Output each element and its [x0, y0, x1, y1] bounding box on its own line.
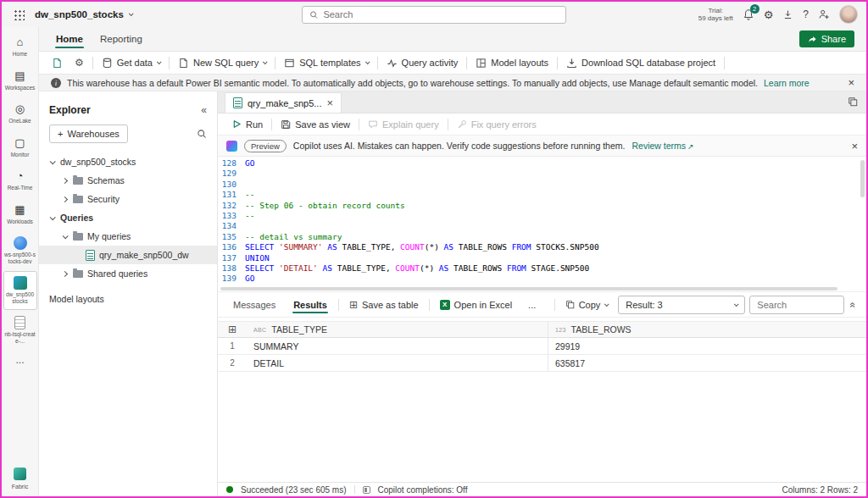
rail-item-dw-snp500-stocks[interactable]: dw_snp500 stocks: [3, 271, 37, 310]
copy-button[interactable]: Copy: [559, 296, 615, 314]
preview-badge: Preview: [244, 140, 287, 152]
help-button[interactable]: [803, 8, 809, 20]
grid-icon[interactable]: [228, 324, 236, 335]
explain-query-button[interactable]: Explain query: [362, 115, 445, 134]
review-terms-link[interactable]: Review terms: [632, 141, 693, 151]
topbar: dw_snp500_stocks Trial: 59 days left 2: [2, 2, 866, 27]
explorer-search-icon[interactable]: [197, 129, 207, 139]
download-sql-project-button[interactable]: Download SQL database project: [560, 53, 721, 73]
table-icon: [349, 300, 358, 310]
line-number: 131: [218, 190, 245, 200]
tree-item-schemas[interactable]: Schemas: [39, 171, 217, 190]
tree-item-qry-make-snp500-dw[interactable]: qry_make_snp500_dw: [39, 246, 217, 264]
divider: [466, 57, 467, 69]
share-icon: [808, 35, 817, 44]
result-selector[interactable]: Result: 3: [618, 296, 745, 314]
notification-badge: 2: [750, 4, 760, 14]
rail-item-nb-tsql-create[interactable]: nb-tsql-create-...: [3, 311, 37, 350]
explorer-panel: Explorer Warehouses dw_snp500_stocksSche…: [39, 91, 218, 496]
share-button[interactable]: Share: [799, 30, 854, 47]
tab-reporting[interactable]: Reporting: [92, 27, 151, 51]
ribbon-tab-bar: Home Reporting Share: [39, 27, 866, 51]
gear-icon[interactable]: [764, 8, 774, 21]
duplicate-icon[interactable]: [848, 97, 858, 107]
wrench-icon: [457, 119, 467, 130]
tree-item-dw-snp500-stocks[interactable]: dw_snp500_stocks: [39, 152, 217, 171]
app-launcher-icon[interactable]: [14, 9, 25, 20]
search-icon: [309, 10, 318, 19]
new-query-icon: [178, 58, 189, 69]
home-icon: ⌂: [17, 36, 24, 49]
collapse-explorer-icon[interactable]: [201, 104, 207, 116]
search-input[interactable]: [323, 9, 559, 19]
nav-more-button[interactable]: ...: [15, 351, 24, 369]
onelake-icon: ◎: [15, 102, 25, 116]
copilot-icon: [226, 141, 237, 152]
save-as-table-button[interactable]: Save as table: [343, 296, 425, 314]
chevron-down-icon: [364, 59, 370, 64]
model-layouts-button[interactable]: Model layouts: [470, 53, 554, 73]
tab-home[interactable]: Home: [47, 27, 92, 51]
results-search[interactable]: [749, 296, 844, 314]
line-number: 137: [218, 253, 245, 263]
toolbar: Get data New SQL query SQL templates Que…: [39, 51, 866, 75]
rail-item-real-time[interactable]: ◔Real-Time: [3, 164, 37, 197]
copilot-banner: Preview Copilot uses AI. Mistakes can ha…: [218, 136, 866, 157]
sql-templates-button[interactable]: SQL templates: [278, 53, 374, 73]
get-data-button[interactable]: Get data: [96, 53, 166, 73]
rail-item-workloads[interactable]: ▦Workloads: [3, 198, 37, 231]
rail-item-workspaces[interactable]: ▤Workspaces: [3, 64, 37, 97]
editor-horizontal-scrollbar[interactable]: [218, 285, 866, 292]
warehouses-button[interactable]: Warehouses: [49, 125, 128, 143]
save-as-view-button[interactable]: Save as view: [275, 115, 356, 134]
tab-results[interactable]: Results: [287, 292, 334, 317]
query-activity-button[interactable]: Query activity: [381, 53, 465, 73]
folder-icon: [73, 233, 83, 241]
tree-item-queries[interactable]: Queries: [39, 208, 217, 227]
learn-more-link[interactable]: Learn more: [764, 78, 810, 88]
tree-item-shared-queries[interactable]: Shared queries: [39, 264, 217, 283]
run-button[interactable]: Run: [226, 115, 269, 134]
rail-item-monitor[interactable]: ▢Monitor: [3, 131, 37, 164]
sql-editor[interactable]: 128GO129130131--132-- Step 06 - obtain r…: [218, 157, 866, 285]
tree-item-security[interactable]: Security: [39, 190, 217, 208]
fabric-brand[interactable]: Fabric: [12, 468, 28, 497]
workspace-switcher[interactable]: dw_snp500_stocks: [35, 9, 132, 19]
table-row[interactable]: 2DETAIL635817: [218, 355, 866, 372]
new-sql-query-button[interactable]: New SQL query: [172, 53, 272, 73]
line-number: 139: [218, 274, 245, 284]
query-tab[interactable]: qry_make_snp5...: [225, 92, 342, 113]
invite-people-button[interactable]: [818, 8, 830, 20]
tab-messages[interactable]: Messages: [226, 292, 282, 317]
copilot-close-icon[interactable]: [851, 140, 858, 152]
tree-item-my-queries[interactable]: My queries: [39, 227, 217, 246]
chat-bubble-icon: [368, 119, 378, 130]
table-row[interactable]: 1SUMMARY29919: [218, 338, 866, 355]
new-item-button[interactable]: [46, 53, 69, 73]
fix-query-errors-button[interactable]: Fix query errors: [451, 115, 542, 134]
collapse-results-icon[interactable]: [848, 302, 860, 307]
workspace-icon: [14, 236, 27, 250]
more-actions-button[interactable]: ...: [522, 296, 542, 314]
workspaces-icon: ▤: [14, 69, 25, 83]
code-line: 133--: [218, 211, 866, 221]
warehouse-settings-button[interactable]: [69, 53, 90, 73]
rail-item-home[interactable]: ⌂Home: [3, 30, 37, 64]
rail-item-ws-snp500-stocks-dev[interactable]: ws-snp500-stocks-dev: [3, 231, 37, 270]
code-line: 136SELECT 'SUMMARY' AS TABLE_TYPE, COUNT…: [218, 242, 866, 252]
banner-close-icon[interactable]: [848, 76, 854, 89]
global-search[interactable]: [302, 6, 566, 24]
results-search-input[interactable]: [757, 300, 837, 310]
close-tab-icon[interactable]: [326, 97, 333, 109]
column-header-table-type[interactable]: ABC TABLE_TYPE: [247, 322, 548, 337]
chevron-down-icon: [157, 59, 162, 64]
open-in-excel-button[interactable]: Open in Excel: [434, 296, 518, 314]
rail-item-onelake[interactable]: ◎OneLake: [3, 97, 37, 130]
column-header-table-rows[interactable]: 123 TABLE_ROWS: [548, 324, 866, 335]
downloads-button[interactable]: [782, 9, 793, 20]
avatar[interactable]: [839, 5, 858, 24]
notifications-button[interactable]: 2: [743, 8, 754, 20]
code-line: 132-- Step 06 - obtain record counts: [218, 201, 866, 211]
realtime-icon: ◔: [17, 169, 24, 183]
model-layouts-item[interactable]: Model layouts: [39, 290, 217, 308]
